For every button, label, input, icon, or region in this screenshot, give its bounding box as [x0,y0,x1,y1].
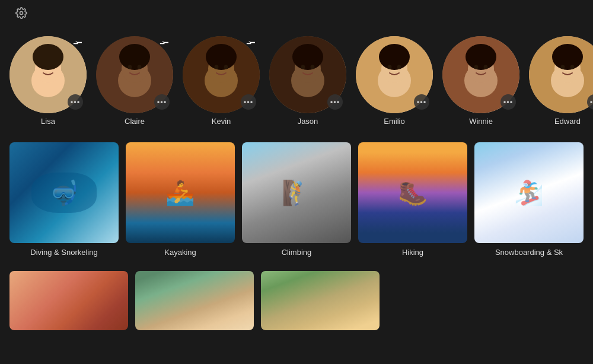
more-button-kevin[interactable]: ••• [241,94,256,110]
avatar-wrapper-claire: ••• [96,36,173,113]
svg-point-31 [379,44,410,70]
avatar-wrapper-kevin: ••• [183,36,260,113]
more-button-winnie[interactable]: ••• [500,94,516,110]
svg-point-0 [20,12,23,15]
activity-thumb-1: 🚣 [126,142,235,243]
bottom-grid [9,271,584,330]
activity-label-3: Hiking [358,248,467,257]
activity-thumb-0: 🤿 [9,142,119,243]
svg-point-25 [292,44,323,70]
svg-point-27 [311,65,315,69]
svg-point-45 [570,65,575,69]
bottom-item-0[interactable] [9,271,128,330]
activity-thumb-3: 🥾 [358,142,467,243]
person-name-lisa: Lisa [41,117,55,126]
activity-item-1[interactable]: 🚣Kayaking [126,142,235,257]
person-item-winnie[interactable]: •••Winnie [442,36,519,126]
activity-item-2[interactable]: 🧗Climbing [242,142,351,257]
svg-point-44 [561,65,565,69]
activity-item-3[interactable]: 🥾Hiking [358,142,467,257]
avatar-edward [529,36,593,113]
svg-point-6 [42,65,46,69]
svg-point-39 [484,65,488,69]
person-name-edward: Edward [554,117,581,126]
bottom-item-1[interactable] [135,271,254,330]
person-item-lisa[interactable]: •••Lisa [9,36,87,126]
more-button-claire[interactable]: ••• [154,94,170,110]
avatar-wrapper-jason: ••• [269,36,346,113]
person-item-jason[interactable]: •••Jason [269,36,346,126]
activity-label-0: Diving & Snorkeling [9,248,119,257]
person-name-emilio: Emilio [384,117,404,126]
people-page: •••Lisa •••Claire [0,0,593,337]
svg-point-26 [301,65,305,69]
activity-thumb-4: 🏂 [474,142,584,243]
person-name-jason: Jason [298,117,318,126]
person-name-winnie: Winnie [469,117,493,126]
svg-point-37 [466,44,496,70]
header [9,7,584,22]
avatar-wrapper-emilio: ••• [356,36,433,113]
activity-thumb-2: 🧗 [242,142,351,243]
activity-label-2: Climbing [242,248,351,257]
svg-point-33 [397,65,401,69]
activity-label-4: Snowboarding & Sk [474,248,584,257]
svg-point-32 [388,65,392,69]
more-button-jason[interactable]: ••• [327,94,343,110]
person-item-kevin[interactable]: •••Kevin [183,36,260,126]
avatar-wrapper-winnie: ••• [442,36,519,113]
svg-point-13 [128,65,132,69]
person-item-edward[interactable]: •••Edward [529,36,593,126]
svg-point-21 [224,65,228,69]
svg-point-5 [33,44,63,70]
svg-point-20 [215,65,219,69]
activity-label-1: Kayaking [126,248,235,257]
avatar-wrapper-lisa: ••• [9,36,87,113]
more-button-emilio[interactable]: ••• [414,94,429,110]
person-item-claire[interactable]: •••Claire [96,36,173,126]
people-row: •••Lisa •••Claire [9,36,584,126]
svg-point-19 [206,44,237,70]
activity-grid: 🤿Diving & Snorkeling🚣Kayaking🧗Climbing🥾H… [9,142,584,257]
activity-item-4[interactable]: 🏂Snowboarding & Sk [474,142,584,257]
svg-point-7 [51,65,55,69]
person-name-kevin: Kevin [212,117,231,126]
svg-point-12 [119,44,150,70]
svg-point-14 [138,65,142,69]
bottom-item-2[interactable] [261,271,380,330]
settings-icon[interactable] [15,7,27,22]
person-item-emilio[interactable]: •••Emilio [356,36,433,126]
svg-point-43 [552,44,583,70]
more-button-lisa[interactable]: ••• [68,94,83,110]
avatar-wrapper-edward: ••• [529,36,593,113]
person-name-claire: Claire [125,117,145,126]
svg-point-38 [474,65,479,69]
activity-item-0[interactable]: 🤿Diving & Snorkeling [9,142,119,257]
